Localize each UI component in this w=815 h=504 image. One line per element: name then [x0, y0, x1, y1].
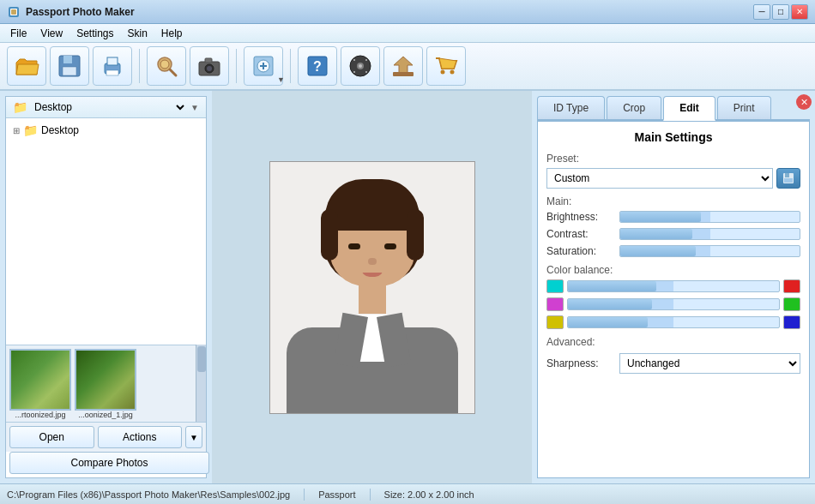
- title-bar: Passport Photo Maker ─ □ ✕: [0, 0, 815, 24]
- folder-icon: 📁: [23, 123, 38, 137]
- thumbnail-2-label: ...oonized_1.jpg: [78, 411, 133, 419]
- svg-point-16: [207, 66, 212, 71]
- magenta-swatch: [546, 297, 564, 311]
- expand-icon: ⊞: [13, 126, 20, 135]
- svg-point-26: [359, 64, 362, 68]
- tab-edit[interactable]: Edit: [663, 96, 715, 121]
- folder-tree: ⊞ 📁 Desktop: [6, 118, 206, 345]
- svg-rect-32: [393, 72, 414, 76]
- green-swatch: [783, 297, 800, 311]
- folder-header: 📁 Desktop ▼: [6, 97, 206, 118]
- svg-point-33: [441, 70, 445, 75]
- export-button[interactable]: [383, 46, 423, 86]
- svg-rect-36: [785, 173, 789, 177]
- bottom-buttons-row1: Open Actions ▼: [6, 422, 206, 452]
- magenta-green-slider[interactable]: [567, 298, 780, 310]
- color-row-2: [546, 297, 800, 311]
- thumbnail-scrollbar[interactable]: [197, 346, 206, 372]
- brightness-label: Brightness:: [546, 211, 619, 223]
- svg-point-12: [160, 60, 169, 69]
- window-controls: ─ □ ✕: [753, 4, 808, 20]
- tab-crop[interactable]: Crop: [607, 96, 661, 119]
- svg-rect-29: [353, 71, 355, 73]
- saturation-row: Saturation:: [546, 245, 800, 257]
- edit-section-title: Main Settings: [546, 130, 800, 144]
- compare-photos-button[interactable]: Compare Photos: [9, 452, 209, 474]
- svg-line-13: [170, 69, 176, 75]
- tree-label-desktop: Desktop: [41, 124, 79, 136]
- status-sep-1: [304, 489, 305, 501]
- svg-rect-9: [107, 57, 118, 65]
- close-button[interactable]: ✕: [791, 4, 808, 20]
- menu-settings[interactable]: Settings: [69, 26, 120, 41]
- window-title: Passport Photo Maker: [26, 6, 753, 18]
- sharpness-select[interactable]: Unchanged Low Medium High: [619, 353, 800, 374]
- color-row-1: [546, 279, 800, 293]
- cyan-swatch: [546, 279, 564, 293]
- menu-skin[interactable]: Skin: [121, 26, 154, 41]
- main-section-label: Main:: [546, 195, 800, 207]
- svg-rect-30: [365, 71, 367, 73]
- photo-area: [212, 91, 532, 483]
- status-sep-2: [370, 489, 371, 501]
- thumbnail-2[interactable]: [75, 349, 136, 411]
- svg-rect-2: [11, 9, 16, 15]
- status-bar: C:\Program Files (x86)\Passport Photo Ma…: [0, 483, 815, 504]
- brightness-slider[interactable]: [619, 211, 800, 223]
- toolbar-separator-3: [290, 49, 291, 83]
- status-size: Size: 2.00 x 2.00 inch: [384, 489, 474, 500]
- print-button[interactable]: [93, 46, 132, 86]
- preset-row: Custom Default Vivid Soft: [546, 168, 800, 189]
- yellow-blue-slider[interactable]: [567, 316, 780, 328]
- svg-rect-28: [365, 59, 367, 61]
- save-preset-button[interactable]: [776, 168, 800, 189]
- help-button[interactable]: ?: [298, 46, 337, 86]
- thumbnail-2-container: ...oonized_1.jpg: [75, 349, 136, 419]
- tree-item-desktop[interactable]: ⊞ 📁 Desktop: [9, 122, 202, 139]
- svg-marker-4: [16, 64, 39, 75]
- main-area: 📁 Desktop ▼ ⊞ 📁 Desktop ...rtoonized.jpg: [0, 91, 815, 483]
- toolbar-separator-1: [139, 49, 140, 83]
- save-button[interactable]: [50, 46, 89, 86]
- sharpness-row: Sharpness: Unchanged Low Medium High: [546, 353, 800, 374]
- panel-close-button[interactable]: ✕: [796, 94, 812, 110]
- red-swatch: [783, 279, 800, 293]
- advanced-label: Advanced:: [546, 336, 800, 348]
- menu-view[interactable]: View: [33, 26, 69, 41]
- svg-rect-6: [63, 56, 72, 63]
- right-panel: ✕ ID Type Crop Edit Print Main Settings …: [532, 91, 815, 483]
- open-button[interactable]: Open: [9, 426, 94, 448]
- saturation-slider[interactable]: [619, 245, 800, 257]
- cart-button[interactable]: [426, 46, 466, 86]
- browse-button[interactable]: [147, 46, 186, 86]
- menu-help[interactable]: Help: [154, 26, 190, 41]
- actions-button[interactable]: Actions: [98, 426, 183, 448]
- camera-button[interactable]: [190, 46, 229, 86]
- toolbar: ▼ ?: [0, 43, 815, 91]
- status-path: C:\Program Files (x86)\Passport Photo Ma…: [7, 489, 290, 500]
- zoom-dropdown-arrow[interactable]: ▼: [277, 75, 285, 84]
- minimize-button[interactable]: ─: [753, 4, 770, 20]
- thumbnail-1[interactable]: [9, 349, 71, 411]
- video-button[interactable]: [341, 46, 380, 86]
- menu-file[interactable]: File: [3, 26, 33, 41]
- svg-rect-27: [353, 59, 355, 61]
- tab-print[interactable]: Print: [717, 96, 771, 119]
- contrast-slider[interactable]: [619, 228, 800, 240]
- preset-label: Preset:: [546, 153, 800, 165]
- actions-dropdown-button[interactable]: ▼: [185, 426, 202, 448]
- tab-id-type[interactable]: ID Type: [537, 96, 605, 119]
- open-folder-button[interactable]: [7, 46, 46, 86]
- folder-dropdown[interactable]: Desktop: [31, 100, 187, 114]
- sharpness-label: Sharpness:: [546, 357, 619, 369]
- folder-dropdown-arrow: ▼: [190, 103, 199, 112]
- svg-rect-17: [205, 58, 212, 63]
- contrast-label: Contrast:: [546, 228, 619, 240]
- cyan-red-slider[interactable]: [567, 280, 780, 292]
- preset-select[interactable]: Custom Default Vivid Soft: [546, 168, 773, 189]
- contrast-row: Contrast:: [546, 228, 800, 240]
- tabs-row: ID Type Crop Edit Print: [537, 96, 810, 121]
- yellow-swatch: [546, 315, 564, 329]
- maximize-button[interactable]: □: [772, 4, 789, 20]
- color-balance-label: Color balance:: [546, 264, 800, 276]
